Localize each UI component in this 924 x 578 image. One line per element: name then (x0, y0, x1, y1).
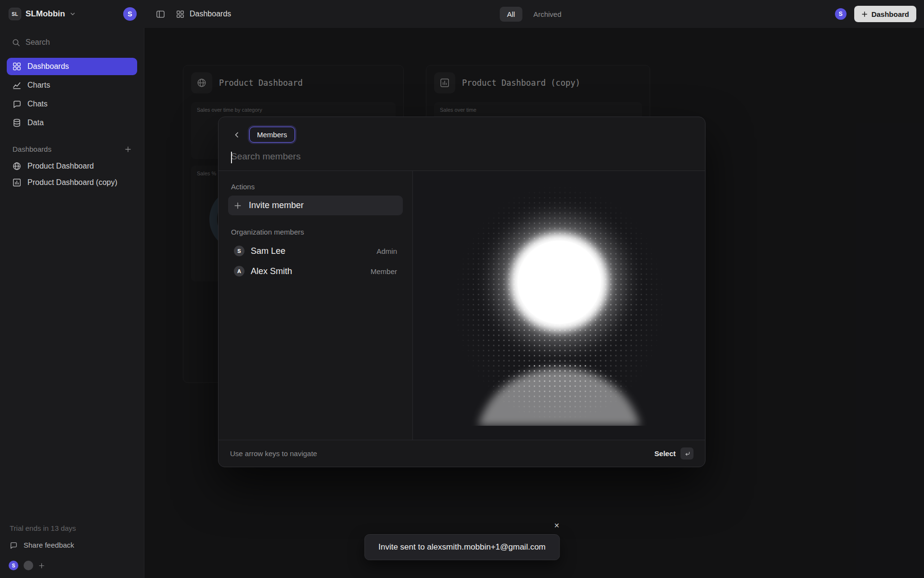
workspace-switcher[interactable]: SL SLMobbin S (0, 0, 144, 28)
plus-icon (234, 202, 243, 210)
search-icon (12, 39, 20, 47)
tab-archived[interactable]: Archived (526, 7, 568, 22)
invite-member-action[interactable]: Invite member (228, 196, 403, 215)
sidebar-item-charts[interactable]: Charts (7, 77, 137, 94)
new-dashboard-button-label: Dashboard (872, 10, 909, 18)
member-avatar: A (234, 266, 244, 276)
globe-icon (13, 162, 21, 171)
select-label: Select (654, 449, 676, 458)
member-name: Alex Smith (251, 266, 292, 276)
toast-container: ✕ Invite sent to alexsmith.mobbin+1@gmai… (364, 534, 560, 560)
sidebar-dashboard-label: Product Dashboard (copy) (27, 178, 117, 187)
plus-icon (861, 11, 868, 17)
add-dashboard-icon[interactable] (125, 146, 131, 153)
sidebar-dashboard-label: Product Dashboard (27, 162, 94, 171)
share-feedback-label: Share feedback (24, 541, 74, 549)
enter-key-icon (680, 447, 693, 460)
feedback-bubble-icon (10, 541, 18, 549)
workspace-initials-badge: SL (9, 8, 21, 20)
database-icon (13, 118, 21, 127)
footer-member-avatar[interactable] (24, 561, 33, 570)
chart-line-icon (13, 81, 21, 90)
sidebar-search[interactable] (7, 34, 137, 51)
sidebar-footer: Trial ends in 13 days Share feedback S (8, 524, 136, 570)
breadcrumb-label: Dashboards (190, 10, 231, 18)
member-role: Admin (376, 247, 397, 255)
sidebar-item-label: Charts (27, 81, 50, 90)
member-avatar: S (234, 246, 244, 256)
sidebar-item-label: Dashboards (27, 62, 69, 71)
text-caret (231, 152, 232, 163)
members-search[interactable] (218, 147, 705, 171)
tab-all[interactable]: All (500, 7, 522, 22)
breadcrumb[interactable]: Dashboards (176, 10, 231, 18)
search-input[interactable] (26, 38, 132, 47)
sidebar-dashboard-product-dashboard[interactable]: Product Dashboard (7, 158, 137, 174)
archive-filter-tabs: All Archived (500, 7, 568, 22)
new-dashboard-button[interactable]: Dashboard (854, 6, 916, 22)
halftone-avatar-image (446, 185, 672, 426)
dashboards-section-title: Dashboards (13, 145, 51, 153)
dashboards-grid-icon (176, 10, 184, 18)
share-feedback-button[interactable]: Share feedback (10, 541, 134, 549)
invite-member-label: Invite member (249, 200, 304, 210)
sidebar-toggle-button[interactable] (152, 6, 168, 22)
toast-close-button[interactable]: ✕ (551, 520, 563, 531)
user-avatar[interactable]: S (835, 8, 847, 20)
add-member-icon[interactable] (38, 563, 45, 569)
footer-user-avatar[interactable]: S (9, 561, 18, 570)
modal-body: Actions Invite member Organization membe… (218, 171, 705, 440)
workspace-avatar[interactable]: S (123, 7, 137, 21)
invite-sent-toast: Invite sent to alexsmith.mobbin+1@gmail.… (364, 534, 560, 560)
modal-footer: Use arrow keys to navigate Select (218, 440, 705, 467)
sidebar: Dashboards Charts Chats Data Dashboards … (0, 28, 144, 578)
grid-icon (13, 62, 21, 71)
topbar-main: Dashboards All Archived S Dashboard (144, 0, 924, 28)
sidebar-item-data[interactable]: Data (7, 114, 137, 131)
sidebar-avatar-row: S (9, 561, 135, 570)
trial-note: Trial ends in 13 days (10, 524, 134, 532)
bar-chart-icon (13, 178, 21, 187)
sidebar-item-chats[interactable]: Chats (7, 95, 137, 113)
sidebar-dashboard-product-dashboard-copy[interactable]: Product Dashboard (copy) (7, 174, 137, 191)
topbar: SL SLMobbin S Dashboards All Archived S (0, 0, 924, 28)
actions-group-title: Actions (231, 183, 400, 191)
topbar-right: S Dashboard (835, 6, 916, 22)
member-row-sam-lee[interactable]: S Sam Lee Admin (228, 241, 403, 261)
chat-bubble-icon (13, 100, 21, 108)
members-search-input[interactable] (231, 151, 693, 162)
member-row-alex-smith[interactable]: A Alex Smith Member (228, 261, 403, 281)
member-preview-panel (413, 171, 705, 440)
dashboards-section-header: Dashboards (13, 145, 131, 153)
members-group-title: Organization members (231, 228, 400, 236)
members-modal: Members Actions Invite member Organizati… (218, 117, 706, 467)
members-filter-badge[interactable]: Members (249, 127, 295, 143)
member-name: Sam Lee (251, 246, 285, 256)
select-hint: Select (654, 447, 693, 460)
panel-toggle-icon (156, 10, 165, 19)
sidebar-item-dashboards[interactable]: Dashboards (7, 58, 137, 75)
chevron-left-icon (233, 131, 241, 139)
sidebar-item-label: Chats (27, 100, 48, 108)
navigation-hint: Use arrow keys to navigate (230, 449, 317, 458)
back-button[interactable] (230, 128, 244, 142)
workspace-name: SLMobbin (26, 9, 65, 19)
modal-header: Members (218, 117, 705, 147)
member-role: Member (371, 267, 397, 276)
members-list: Actions Invite member Organization membe… (218, 171, 413, 440)
sidebar-item-label: Data (27, 118, 44, 127)
chevron-down-icon (69, 11, 76, 17)
